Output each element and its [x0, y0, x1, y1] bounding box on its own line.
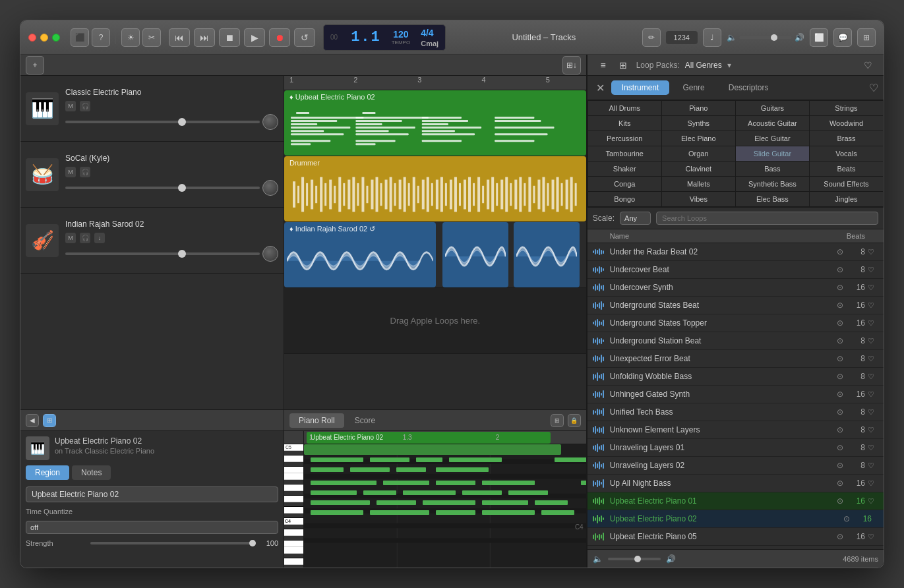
instrument-cell-synths[interactable]: Synths	[662, 116, 735, 131]
instrument-cell-piano[interactable]: Piano	[662, 101, 735, 115]
share-button[interactable]: ⬜	[810, 28, 828, 47]
inspector-pin-button[interactable]: ⊞	[43, 414, 56, 427]
inspector-back-button[interactable]: ◀	[26, 414, 39, 427]
instrument-cell-slide-guitar[interactable]: Slide Guitar	[736, 146, 809, 161]
loop-item[interactable]: Underground States Topper ⊙ 16 ♡	[588, 314, 884, 332]
download-icon[interactable]: ⊙	[837, 247, 843, 256]
genre-tab[interactable]: Genre	[672, 80, 715, 95]
mute-button[interactable]: M	[65, 233, 76, 243]
volume-slider[interactable]	[65, 187, 260, 189]
loop-item[interactable]: Unknown Element Layers ⊙ 8 ♡	[588, 421, 884, 439]
close-window-button[interactable]	[28, 34, 36, 42]
loop-item[interactable]: Undercover Synth ⊙ 16 ♡	[588, 279, 884, 297]
mute-button[interactable]: M	[65, 101, 76, 111]
add-track-button[interactable]: +	[26, 56, 44, 74]
piano-key-a3[interactable]	[284, 536, 303, 541]
heart-icon[interactable]: ♡	[868, 479, 878, 488]
download-icon[interactable]: ⊙	[837, 336, 843, 345]
instrument-cell-organ[interactable]: Organ	[662, 146, 735, 161]
download-icon[interactable]: ⊙	[837, 425, 843, 434]
library-button[interactable]: ⬛	[71, 28, 89, 47]
download-icon[interactable]: ⊙	[837, 532, 843, 541]
pan-knob[interactable]	[262, 114, 278, 130]
heart-icon[interactable]: ♡	[868, 283, 878, 292]
piano-key-eb4[interactable]	[284, 496, 303, 502]
piano-key-fs4[interactable]	[284, 480, 303, 485]
note-region-bar[interactable]: Upbeat Electric Piano 02	[307, 432, 551, 444]
heart-icon[interactable]: ♡	[868, 497, 878, 506]
instrument-cell-kits[interactable]: Kits	[588, 116, 661, 131]
grid-view-button[interactable]: ⊞	[615, 57, 631, 73]
download-icon[interactable]: ⊙	[837, 496, 843, 506]
loop-item[interactable]: Unfolding Wobble Bass ⊙ 8 ♡	[588, 368, 884, 386]
cycle-button[interactable]: ↺	[294, 28, 315, 47]
strength-slider[interactable]	[90, 542, 256, 544]
piano-key-c4-label[interactable]: C4	[284, 518, 303, 525]
mute-button[interactable]: M	[65, 167, 76, 177]
piano-key-bb4[interactable]	[284, 456, 303, 462]
piano-roll-settings-btn[interactable]: ⊞	[551, 414, 564, 427]
loop-item[interactable]: Undercover Beat ⊙ 8 ♡	[588, 261, 884, 279]
download-icon[interactable]: ⊙	[837, 443, 843, 452]
heart-icon[interactable]: ♡	[868, 301, 878, 310]
region-name-input[interactable]	[26, 486, 278, 502]
piano-key-c4[interactable]	[284, 514, 303, 518]
piano-key-b4[interactable]	[284, 451, 303, 456]
download-icon[interactable]: ⊙	[837, 461, 843, 470]
sarod-region-1[interactable]: ♦ Indian Rajah Sarod 02 ↺	[284, 222, 436, 287]
download-icon[interactable]: ⊙	[843, 514, 850, 523]
piano-key-g3[interactable]	[284, 547, 303, 554]
tuner-button[interactable]: ♩	[703, 28, 721, 47]
instrument-cell-bass[interactable]: Bass	[736, 162, 809, 176]
instrument-cell-vibes[interactable]: Vibes	[662, 192, 735, 206]
download-icon[interactable]: ⊙	[837, 354, 843, 363]
fast-forward-button[interactable]: ⏭	[194, 28, 215, 47]
descriptors-tab[interactable]: Descriptors	[718, 80, 779, 95]
heart-icon[interactable]: ♡	[868, 444, 878, 452]
instrument-cell-sound-effects[interactable]: Sound Effects	[810, 177, 883, 191]
instrument-cell-tambourine[interactable]: Tambourine	[588, 146, 661, 161]
loop-item[interactable]: Underground Station Beat ⊙ 8 ♡	[588, 332, 884, 350]
download-icon[interactable]: ⊙	[837, 407, 843, 417]
loop-item-playing[interactable]: Upbeat Electric Piano 01 ⊙ 16 ♡	[588, 492, 884, 510]
help-button[interactable]: ?	[92, 28, 110, 47]
instrument-cell-vocals[interactable]: Vocals	[810, 146, 883, 161]
instrument-cell-beats[interactable]: Beats	[810, 162, 883, 176]
score-tab[interactable]: Score	[346, 413, 384, 428]
loop-item-selected[interactable]: Upbeat Electric Piano 02 ⊙ 16	[588, 510, 884, 528]
piano-key-d4[interactable]	[284, 502, 303, 507]
heart-icon[interactable]: ♡	[868, 461, 878, 470]
list-view-button[interactable]: ≡	[595, 57, 611, 73]
instrument-cell-elec-piano[interactable]: Elec Piano	[662, 131, 735, 146]
browser-heart-button[interactable]: ♡	[860, 57, 876, 73]
scissors-button[interactable]: ✂	[142, 28, 161, 47]
download-icon[interactable]: ⊙	[837, 372, 843, 381]
stop-button[interactable]: ⏹	[219, 28, 240, 47]
instrument-cell-clavinet[interactable]: Clavinet	[662, 162, 735, 176]
instrument-cell-elec-guitar[interactable]: Elec Guitar	[736, 131, 809, 146]
download-icon[interactable]: ⊙	[837, 479, 843, 488]
heart-icon[interactable]: ♡	[868, 426, 878, 434]
piano-roll-lock-btn[interactable]: 🔒	[568, 414, 581, 427]
heart-icon[interactable]: ♡	[868, 390, 878, 399]
instrument-cell-elec-bass[interactable]: Elec Bass	[736, 192, 809, 206]
instrument-cell-percussion[interactable]: Percussion	[588, 131, 661, 146]
piano-key-f4[interactable]	[284, 485, 303, 491]
instrument-cell-brass[interactable]: Brass	[810, 131, 883, 146]
instrument-cell-woodwind[interactable]: Woodwind	[810, 116, 883, 131]
instrument-cell-strings[interactable]: Strings	[810, 101, 883, 115]
sarod-region-2[interactable]	[442, 222, 508, 287]
rewind-button[interactable]: ⏮	[169, 28, 190, 47]
heart-filter-button[interactable]: ♡	[869, 82, 878, 94]
loop-item[interactable]: Under the Radar Beat 02 ⊙ 8 ♡	[588, 243, 884, 261]
genre-chevron[interactable]: ▾	[727, 61, 731, 70]
piano-key-ab4[interactable]	[284, 467, 303, 473]
instrument-cell-mallets[interactable]: Mallets	[662, 177, 735, 191]
loop-item[interactable]: Upbeat Electric Piano 05 ⊙ 16 ♡	[588, 528, 884, 546]
instrument-cell-bongo[interactable]: Bongo	[588, 192, 661, 206]
download-icon[interactable]: ⊙	[837, 318, 843, 328]
pencil-button[interactable]: ✏	[642, 28, 661, 47]
maximize-window-button[interactable]	[52, 34, 60, 42]
drummer-region[interactable]: Drummer	[284, 156, 586, 221]
loop-item[interactable]: Up All Night Bass ⊙ 16 ♡	[588, 475, 884, 492]
